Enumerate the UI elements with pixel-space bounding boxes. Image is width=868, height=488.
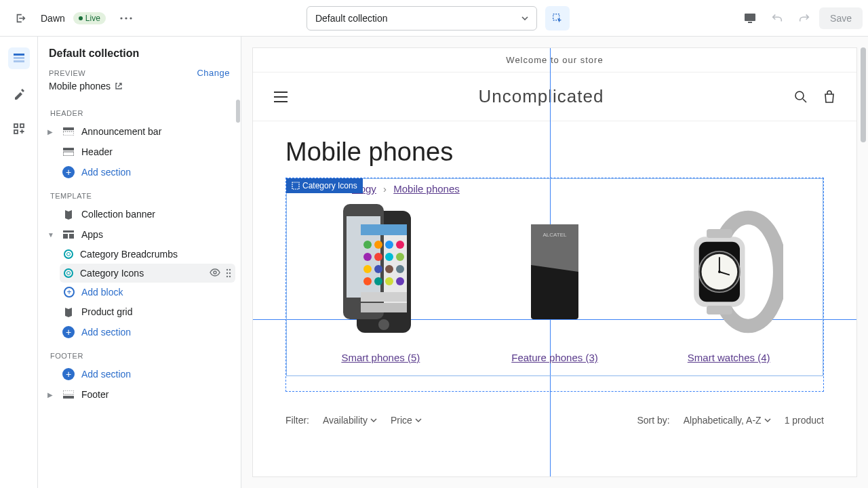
svg-rect-13 [63, 131, 74, 136]
breadcrumbs-preview[interactable]: ology › Mobile phones [287, 179, 823, 197]
filter-price[interactable]: Price [391, 415, 422, 426]
redo-button[interactable] [792, 6, 816, 30]
app-block-icon [64, 249, 73, 259]
svg-rect-9 [14, 124, 18, 127]
svg-point-37 [374, 241, 382, 249]
section-footer[interactable]: ▶ Footer [43, 384, 235, 405]
collection-title: Mobile phones [253, 121, 856, 178]
section-product-grid[interactable]: ▶ Product grid [43, 302, 235, 322]
sidebar-scrollbar[interactable] [236, 100, 240, 123]
svg-point-40 [363, 253, 372, 261]
rail-theme-settings-button[interactable] [8, 83, 30, 104]
svg-rect-17 [63, 234, 68, 239]
group-header-label: HEADER [43, 100, 235, 121]
live-badge: Live [73, 12, 106, 24]
svg-rect-7 [14, 57, 24, 59]
desktop-view-button[interactable] [738, 6, 762, 30]
preview-label: PREVIEW [49, 69, 85, 77]
chevron-down-icon [521, 16, 528, 20]
save-button[interactable]: Save [819, 7, 863, 29]
preview-canvas: Welcome to our store Uncomplicated Mobil… [252, 47, 857, 477]
breadcrumb-link[interactable]: Mobile phones [393, 183, 460, 195]
svg-point-20 [226, 269, 228, 270]
plus-icon: + [62, 166, 75, 178]
caret-right-icon: ▶ [47, 391, 56, 399]
section-tag: Category Icons [286, 178, 363, 193]
category-image [675, 204, 783, 340]
svg-rect-65 [707, 229, 732, 238]
rail-apps-button[interactable] [8, 118, 30, 140]
svg-point-19 [214, 271, 216, 274]
svg-point-24 [226, 276, 228, 277]
category-link[interactable]: Smart watches (4) [688, 352, 770, 363]
header-preview[interactable]: Uncomplicated [253, 73, 856, 121]
block-category-breadcrumbs[interactable]: Category Breadcrumbs [60, 245, 235, 264]
section-announcement-bar[interactable]: ▶ Announcement bar [43, 121, 235, 142]
more-actions-button[interactable] [114, 6, 138, 30]
svg-point-22 [226, 272, 228, 274]
apps-section-preview[interactable]: Category Icons ology › Mobile phones [285, 178, 824, 392]
announcement-bar-preview[interactable]: Welcome to our store [253, 48, 856, 73]
category-link[interactable]: Feature phones (3) [511, 352, 598, 363]
template-selector-label: Default collection [315, 13, 388, 24]
svg-point-28 [795, 92, 804, 100]
section-apps[interactable]: ▼ Apps [43, 224, 235, 245]
svg-point-64 [718, 270, 721, 273]
search-icon[interactable] [794, 90, 808, 104]
breadcrumb-separator: › [383, 183, 387, 195]
category-image: ALCATEL [500, 204, 609, 340]
svg-point-32 [378, 319, 389, 330]
rail-sections-button[interactable] [8, 47, 30, 69]
plus-icon: + [64, 287, 75, 298]
cart-icon[interactable] [823, 90, 836, 104]
external-link-icon[interactable] [115, 82, 123, 90]
theme-name: Dawn [41, 13, 65, 24]
category-item[interactable]: Smart phones (5) [300, 204, 461, 363]
template-selector[interactable]: Default collection [307, 6, 537, 30]
svg-point-41 [374, 253, 382, 261]
svg-rect-18 [69, 234, 74, 239]
svg-point-21 [229, 269, 231, 270]
svg-point-25 [229, 276, 231, 277]
add-block[interactable]: + Add block [60, 283, 235, 302]
category-link[interactable]: Smart phones (5) [341, 352, 420, 363]
drag-handle-icon[interactable] [226, 268, 231, 278]
svg-rect-14 [63, 148, 74, 150]
svg-point-1 [125, 17, 127, 19]
category-item[interactable]: ALCATEL Feature phones (3) [475, 204, 635, 363]
category-item[interactable]: Smart watches (4) [648, 204, 809, 363]
svg-rect-26 [63, 396, 74, 399]
svg-rect-29 [292, 182, 299, 189]
inspector-toggle-button[interactable] [545, 6, 570, 30]
svg-point-0 [120, 17, 122, 19]
exit-button[interactable] [8, 6, 33, 30]
section-collection-banner[interactable]: ▶ Collection banner [43, 204, 235, 224]
svg-rect-5 [748, 22, 752, 23]
visibility-icon[interactable] [210, 268, 220, 278]
add-section-template[interactable]: + Add section [43, 322, 235, 342]
category-image [326, 204, 435, 340]
svg-rect-15 [63, 152, 74, 156]
add-section-header[interactable]: + Add section [43, 162, 235, 182]
svg-point-2 [130, 17, 132, 19]
svg-point-45 [374, 265, 382, 273]
filter-availability[interactable]: Availability [323, 415, 377, 426]
svg-rect-16 [63, 230, 74, 232]
section-icon [62, 146, 75, 158]
block-category-icons[interactable]: Category Icons [60, 264, 235, 283]
svg-point-42 [385, 253, 393, 261]
svg-text:ALCATEL: ALCATEL [543, 232, 568, 238]
change-preview-link[interactable]: Change [197, 68, 230, 78]
add-section-footer[interactable]: + Add section [43, 364, 235, 384]
section-header[interactable]: ▶ Header [43, 142, 235, 162]
svg-rect-11 [14, 130, 18, 134]
svg-rect-27 [63, 390, 74, 394]
section-icon [62, 125, 75, 138]
undo-button[interactable] [765, 6, 789, 30]
menu-icon[interactable] [273, 92, 288, 102]
svg-rect-4 [745, 14, 755, 21]
sort-selector[interactable]: Alphabetically, A-Z [684, 415, 771, 426]
caret-down-icon: ▼ [47, 231, 56, 239]
svg-point-48 [363, 277, 372, 285]
canvas-scrollbar[interactable] [861, 47, 866, 142]
